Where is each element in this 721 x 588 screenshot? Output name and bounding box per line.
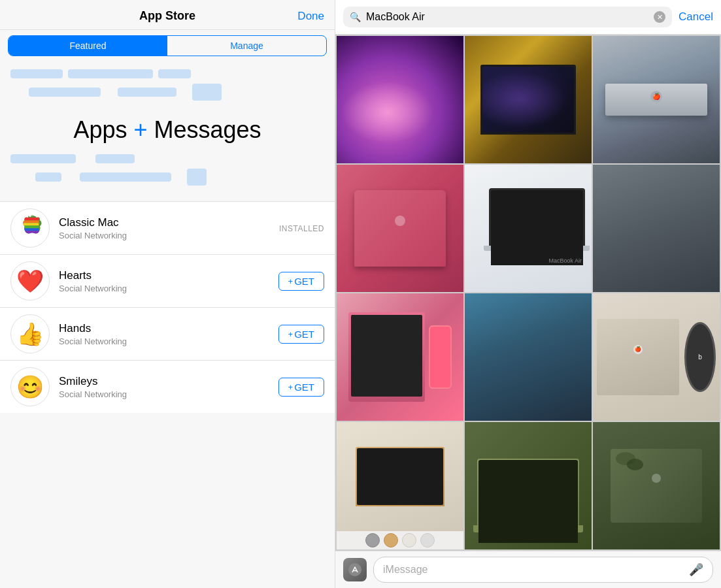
app-action-installed: INSTALLED (279, 222, 324, 234)
app-info-hands: Hands Social Networking (59, 322, 278, 346)
list-item[interactable]: ❤️ Hearts Social Networking + GET (0, 254, 335, 307)
left-panel: App Store Done Featured Manage Apps + Me… (0, 0, 335, 588)
get-button[interactable]: + GET (278, 272, 324, 291)
grid-image-7[interactable] (337, 293, 463, 421)
hand-icon: 👍 (16, 321, 44, 347)
skeleton-block (10, 69, 63, 78)
app-category: Social Networking (59, 389, 278, 399)
app-name: Smileys (59, 375, 278, 388)
svg-point-6 (348, 563, 361, 576)
skeleton-block (35, 172, 61, 182)
smiley-icon: 😊 (16, 374, 44, 400)
image-grid: 🍎 MacBook Air (335, 35, 721, 551)
search-icon: 🔍 (350, 12, 361, 22)
skeleton-block (158, 69, 191, 78)
skeleton-bottom (0, 154, 335, 201)
hero-banner: Apps + Messages (0, 111, 335, 154)
grid-image-3[interactable]: 🍎 (593, 36, 720, 163)
cancel-button[interactable]: Cancel (679, 10, 713, 24)
svg-rect-1 (22, 220, 39, 223)
grid-image-5[interactable]: MacBook Air (465, 165, 592, 292)
get-plus-icon: + (288, 382, 293, 392)
skeleton-block (68, 69, 153, 78)
tab-container: Featured Manage (8, 35, 327, 56)
app-action-get-hearts: + GET (278, 272, 324, 291)
tab-bar: Featured Manage (0, 30, 335, 61)
app-icon-smileys: 😊 (10, 367, 50, 406)
grid-image-12[interactable] (593, 422, 720, 549)
tab-manage[interactable]: Manage (167, 36, 326, 56)
skeleton-block (118, 88, 176, 97)
get-button[interactable]: + GET (278, 378, 324, 397)
skeleton-block (192, 84, 222, 101)
skeleton-block (187, 169, 207, 186)
hero-messages: Messages (154, 116, 261, 143)
grid-image-4[interactable] (337, 165, 463, 292)
get-plus-icon: + (288, 329, 293, 339)
search-input-wrap: 🔍 ✕ (343, 7, 672, 27)
hero-plus: + (133, 116, 147, 143)
get-label: GET (294, 382, 314, 393)
grid-image-10[interactable] (337, 422, 463, 549)
tab-featured[interactable]: Featured (8, 36, 167, 56)
get-label: GET (294, 329, 314, 340)
svg-rect-5 (22, 231, 39, 235)
search-input[interactable] (366, 11, 648, 23)
app-action-get-smileys: + GET (278, 378, 324, 397)
skeleton-block (95, 154, 135, 163)
app-name: Classic Mac (59, 216, 279, 229)
get-button[interactable]: + GET (278, 325, 324, 344)
bottom-bar: iMessage 🎤 (335, 551, 721, 588)
microphone-icon[interactable]: 🎤 (689, 563, 703, 577)
app-store-header: App Store Done (0, 0, 335, 30)
app-info-hearts: Hearts Social Networking (59, 269, 278, 293)
list-item[interactable]: 👍 Hands Social Networking + GET (0, 307, 335, 360)
imessage-placeholder: iMessage (383, 564, 428, 576)
skeleton-top (0, 61, 335, 111)
skeleton-block (80, 172, 171, 182)
rainbow-apple-icon (17, 215, 43, 241)
app-icon-hands: 👍 (10, 314, 50, 353)
app-store-title: App Store (139, 9, 195, 23)
hero-apps: Apps (73, 116, 127, 143)
svg-rect-0 (22, 218, 39, 220)
svg-rect-4 (22, 228, 39, 231)
grid-image-9[interactable]: 🍎 b (593, 293, 720, 421)
app-action-get-hands: + GET (278, 325, 324, 344)
get-plus-icon: + (288, 276, 293, 286)
search-bar: 🔍 ✕ Cancel (335, 0, 721, 35)
grid-image-6[interactable] (593, 165, 720, 292)
grid-image-11[interactable] (465, 422, 592, 549)
grid-image-1[interactable] (337, 36, 463, 163)
app-store-icon-button[interactable] (343, 558, 367, 581)
imessage-input-wrap[interactable]: iMessage 🎤 (373, 557, 713, 583)
grid-image-8[interactable] (465, 293, 592, 421)
skeleton-block (29, 88, 101, 97)
app-icon-classic-mac (10, 208, 50, 248)
installed-label: INSTALLED (279, 224, 324, 233)
svg-rect-2 (22, 223, 39, 225)
app-category: Social Networking (59, 284, 278, 293)
app-info-classic-mac: Classic Mac Social Networking (59, 216, 279, 240)
app-store-icon (348, 563, 362, 577)
list-item[interactable]: Classic Mac Social Networking INSTALLED (0, 201, 335, 254)
heart-icon: ❤️ (16, 268, 44, 294)
app-name: Hands (59, 322, 278, 335)
app-name: Hearts (59, 269, 278, 282)
grid-image-2[interactable] (465, 36, 592, 163)
skeleton-block (10, 154, 76, 163)
app-category: Social Networking (59, 231, 279, 240)
app-category: Social Networking (59, 336, 278, 346)
right-panel: 🔍 ✕ Cancel (335, 0, 721, 588)
app-info-smileys: Smileys Social Networking (59, 375, 278, 399)
get-label: GET (294, 276, 314, 287)
done-button[interactable]: Done (297, 10, 324, 23)
svg-rect-3 (22, 225, 39, 228)
app-icon-hearts: ❤️ (10, 261, 50, 301)
list-item[interactable]: 😊 Smileys Social Networking + GET (0, 360, 335, 413)
clear-search-button[interactable]: ✕ (654, 11, 665, 23)
app-list: Classic Mac Social Networking INSTALLED … (0, 201, 335, 588)
